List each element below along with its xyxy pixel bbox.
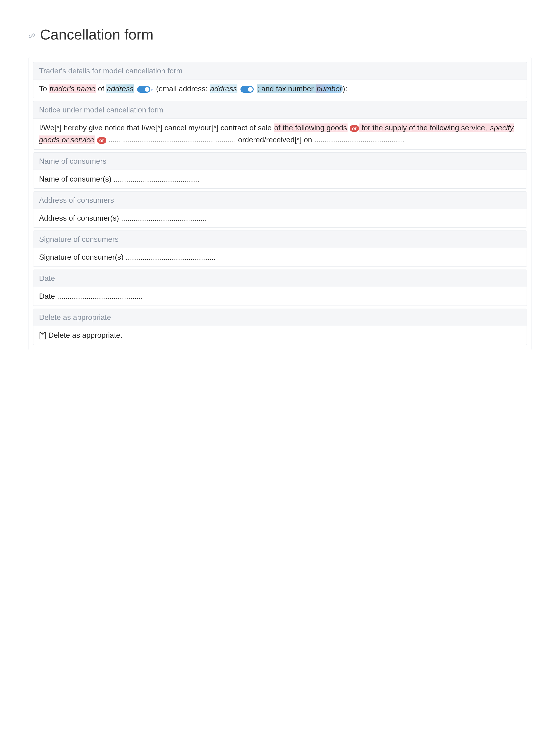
toggle-thumb-2 [248, 87, 253, 92]
section-trader-details: Trader's details for model cancellation … [33, 62, 527, 98]
toggle-track-2 [241, 86, 254, 93]
trader-email-prefix: (email address: [156, 85, 209, 93]
notice-part1: I/We[*] hereby give notice that I/we[*] … [39, 124, 274, 132]
section-body-name: Name of consumer(s) ....................… [33, 170, 527, 188]
trader-fax-prefix: ; and fax number [257, 85, 316, 93]
trader-of: of [96, 85, 106, 93]
section-body-address: Address of consumer(s) .................… [33, 209, 527, 228]
section-signature-consumers: Signature of consumers Signature of cons… [33, 231, 527, 267]
toggle-1[interactable]: ▸ [137, 86, 153, 93]
notice-part2: of the following goods [274, 124, 347, 132]
trader-address-2: address [209, 85, 238, 93]
section-delete: Delete as appropriate [*] Delete as appr… [33, 309, 527, 345]
section-body-trader: To trader's name of address ▸ (email add… [33, 80, 527, 98]
section-header-delete: Delete as appropriate [33, 309, 527, 326]
chevron-right-icon: ▸ [151, 86, 153, 93]
link-icon [28, 31, 35, 38]
toggle-2[interactable] [241, 86, 254, 93]
page-root: Cancellation form Trader's details for m… [0, 0, 560, 374]
trader-address-1: address [106, 85, 134, 93]
trader-number: number [317, 85, 342, 93]
trader-prefix: To [39, 85, 49, 93]
or-badge-2: or [97, 137, 106, 144]
toggle-track-1 [137, 86, 150, 93]
section-body-date: Date ...................................… [33, 287, 527, 306]
toggle-thumb-1 [145, 87, 149, 92]
section-header-trader: Trader's details for model cancellation … [33, 62, 527, 80]
trader-number-wrap: number [316, 85, 343, 93]
section-date: Date Date ..............................… [33, 270, 527, 306]
section-header-date: Date [33, 270, 527, 287]
trader-name-placeholder: trader's name [49, 85, 96, 93]
notice-part3: for the supply of the following service, [359, 124, 489, 132]
page-title: Cancellation form [40, 23, 153, 45]
trader-suffix: ): [342, 85, 347, 93]
section-body-notice: I/We[*] hereby give notice that I/we[*] … [33, 119, 527, 149]
section-header-signature: Signature of consumers [33, 231, 527, 248]
section-header-address: Address of consumers [33, 192, 527, 209]
section-name-consumers: Name of consumers Name of consumer(s) ..… [33, 152, 527, 189]
title-row: Cancellation form [28, 23, 532, 45]
notice-dots: ........................................… [106, 136, 404, 144]
form-container: Trader's details for model cancellation … [28, 57, 532, 350]
section-body-delete: [*] Delete as appropriate. [33, 326, 527, 344]
section-header-name: Name of consumers [33, 153, 527, 170]
section-address-consumers: Address of consumers Address of consumer… [33, 191, 527, 228]
section-header-notice: Notice under model cancellation form [33, 101, 527, 119]
section-body-signature: Signature of consumer(s) ...............… [33, 248, 527, 267]
or-badge-1: or [349, 125, 359, 132]
section-notice: Notice under model cancellation form I/W… [33, 101, 527, 149]
